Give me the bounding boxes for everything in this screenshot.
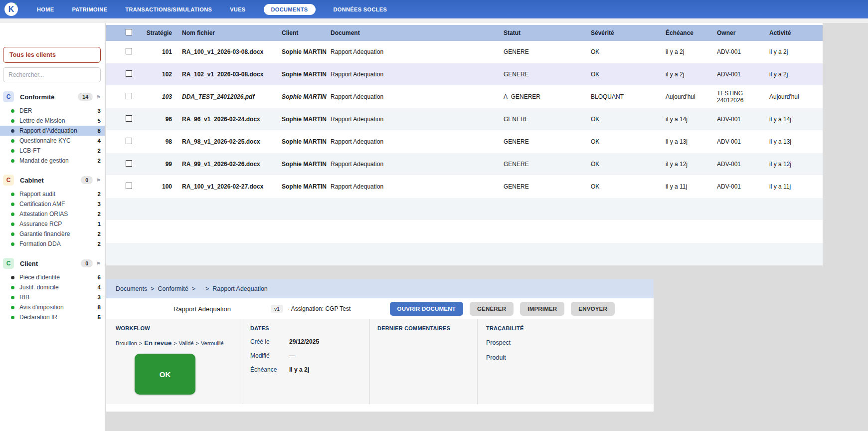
table-row[interactable]: 100RA_100_v1_2026-02-27.docxSophie MARTI…	[106, 176, 823, 198]
nav-item-patrimoine[interactable]: PATRIMOINE	[72, 6, 107, 12]
assignation-text: · Assignation: CGP Test	[288, 305, 350, 312]
workflow-step-brouillon[interactable]: Brouillon	[116, 340, 137, 346]
section-label: Client	[20, 260, 81, 267]
sidebar: Tous les clients CConformité14⚑DER3Lettr…	[0, 23, 105, 431]
date-row: Échéanceil y a 2j	[250, 366, 369, 373]
sidebar-item-label: Justif. domicile	[19, 284, 98, 291]
nav-item-vues[interactable]: VUES	[230, 6, 245, 12]
column-header-nom-fichier[interactable]: Nom fichier	[172, 29, 282, 36]
nav-item-transactions-simulations[interactable]: TRANSACTIONS/SIMULATIONS	[125, 6, 212, 12]
table-row[interactable]: 99RA_99_v1_2026-02-26.docxSophie MARTINR…	[106, 153, 823, 176]
sidebar-item-label: RIB	[19, 294, 98, 301]
g-n-rer-button[interactable]: GÉNÉRER	[470, 302, 514, 316]
cell-owner: TESTING 24012026	[717, 90, 769, 104]
sidebar-item-rapport-audit[interactable]: Rapport audit2	[0, 189, 105, 199]
nav-item-donn-es-socles[interactable]: DONNÉES SOCLES	[334, 6, 387, 12]
cell-statut: A_GENERER	[504, 93, 591, 100]
section-header-client[interactable]: CClient0⚑	[3, 258, 103, 269]
section-header-conformit[interactable]: CConformité14⚑	[3, 91, 103, 102]
workflow-status-button[interactable]: OK	[135, 354, 195, 395]
row-checkbox[interactable]	[126, 48, 132, 54]
column-header-ch-ance[interactable]: Échéance	[666, 29, 717, 36]
category-dot-icon	[11, 139, 14, 143]
sidebar-item-formation-dda[interactable]: Formation DDA2	[0, 239, 105, 249]
sidebar-item-d-claration-ir[interactable]: Déclaration IR5	[0, 312, 105, 322]
column-header-owner[interactable]: Owner	[717, 29, 769, 36]
sidebar-item-certification-amf[interactable]: Certification AMF3	[0, 199, 105, 209]
app-logo[interactable]: K’	[4, 2, 18, 16]
sidebar-item-attestation-orias[interactable]: Attestation ORIAS2	[0, 209, 105, 219]
sidebar-item-der[interactable]: DER3	[0, 106, 105, 116]
sidebar-item-questionnaire-kyc[interactable]: Questionnaire KYC4	[0, 136, 105, 146]
table-row[interactable]: 102RA_102_v1_2026-03-08.docxSophie MARTI…	[106, 63, 823, 86]
sidebar-item-count: 2	[98, 158, 102, 164]
nav-item-home[interactable]: HOME	[37, 6, 54, 12]
column-header-select-all[interactable]	[106, 29, 141, 37]
row-checkbox[interactable]	[126, 138, 132, 144]
sidebar-item-assurance-rcp[interactable]: Assurance RCP1	[0, 219, 105, 229]
row-checkbox[interactable]	[126, 183, 132, 189]
breadcrumb: Documents>Conformité>>Rapport Adequation	[106, 279, 654, 298]
table-row[interactable]: 96RA_96_v1_2026-02-24.docxSophie MARTINR…	[106, 108, 823, 131]
date-value: il y a 2j	[289, 366, 309, 373]
all-clients-button[interactable]: Tous les clients	[3, 47, 101, 63]
workflow-step-en-revue[interactable]: En revue	[144, 339, 172, 347]
section-count-badge: 0	[81, 176, 93, 184]
envoyer-button[interactable]: ENVOYER	[571, 302, 615, 316]
column-header-statut[interactable]: Statut	[504, 29, 591, 36]
sidebar-item-label: Questionnaire KYC	[19, 137, 98, 144]
sidebar-item-lettre-de-mission[interactable]: Lettre de Mission5	[0, 116, 105, 126]
section-header-cabinet[interactable]: CCabinet0⚑	[3, 175, 103, 186]
flag-icon[interactable]: ⚑	[96, 178, 101, 183]
breadcrumb-segment-rapport-adequation[interactable]: Rapport Adequation	[212, 285, 268, 292]
row-checkbox[interactable]	[126, 115, 132, 122]
breadcrumb-segment-documents[interactable]: Documents	[116, 285, 147, 292]
cell-document: Rapport Adequation	[331, 71, 504, 78]
date-label: Créé le	[250, 338, 289, 345]
sidebar-item-rib[interactable]: RIB3	[0, 292, 105, 302]
sidebar-sections: CConformité14⚑DER3Lettre de Mission5Rapp…	[0, 91, 105, 322]
select-all-checkbox[interactable]	[126, 29, 132, 35]
table-row[interactable]: 98RA_98_v1_2026-02-25.docxSophie MARTINR…	[106, 131, 823, 153]
row-checkbox[interactable]	[126, 93, 132, 99]
column-header-document[interactable]: Document	[331, 29, 504, 36]
sidebar-item-justif-domicile[interactable]: Justif. domicile4	[0, 282, 105, 292]
sidebar-item-garantie-financi-re[interactable]: Garantie financière2	[0, 229, 105, 239]
row-checkbox[interactable]	[126, 70, 132, 77]
column-header-s-v-rit[interactable]: Sévérité	[591, 29, 666, 36]
cell-document: Rapport Adequation	[331, 93, 504, 100]
sidebar-item-label: Déclaration IR	[19, 314, 98, 321]
table-row[interactable]: 103DDA_TEST_24012026.pdfSophie MARTINRap…	[106, 86, 823, 108]
traceability-link-produit[interactable]: Produit	[486, 354, 654, 361]
workflow-step-valid[interactable]: Validé	[179, 340, 194, 346]
sidebar-item-count: 8	[98, 304, 102, 310]
column-header-strat-gie[interactable]: Stratégie	[141, 29, 172, 36]
column-header-client[interactable]: Client	[282, 29, 331, 36]
table-row[interactable]: 101RA_100_v1_2026-03-08.docxSophie MARTI…	[106, 41, 823, 63]
row-checkbox[interactable]	[126, 160, 132, 167]
sidebar-item-mandat-de-gestion[interactable]: Mandat de gestion2	[0, 156, 105, 166]
cell-severite: OK	[591, 116, 666, 123]
flag-icon[interactable]: ⚑	[96, 94, 101, 100]
workflow-step-verrouill[interactable]: Verrouillé	[201, 340, 224, 346]
category-dot-icon	[11, 119, 14, 123]
traceability-link-prospect[interactable]: Prospect	[486, 339, 654, 346]
search-input[interactable]	[3, 67, 101, 82]
breadcrumb-segment-conformit[interactable]: Conformité	[158, 285, 188, 292]
cell-activite: il y a 11j	[769, 183, 823, 190]
column-header-activit[interactable]: Activité	[769, 29, 823, 36]
nav-item-documents[interactable]: DOCUMENTS	[264, 4, 316, 15]
cell-statut: GENERE	[504, 116, 591, 123]
sidebar-item-rapport-d-ad-quation[interactable]: Rapport d'Adéquation8	[0, 126, 105, 136]
date-label: Échéance	[250, 366, 289, 373]
ouvrir-document-button[interactable]: OUVRIR DOCUMENT	[390, 302, 463, 316]
imprimer-button[interactable]: IMPRIMER	[520, 302, 564, 316]
sidebar-item-avis-d-imposition[interactable]: Avis d'imposition8	[0, 302, 105, 312]
sidebar-item-count: 2	[98, 241, 102, 247]
cell-activite: il y a 2j	[769, 48, 823, 55]
flag-icon[interactable]: ⚑	[96, 261, 101, 266]
sidebar-item-lcb-ft[interactable]: LCB-FT2	[0, 146, 105, 156]
sidebar-item-count: 5	[98, 314, 102, 320]
sidebar-item-pi-ce-d-identit[interactable]: Pièce d'identité6	[0, 272, 105, 282]
cell-client: Sophie MARTIN	[282, 93, 331, 100]
